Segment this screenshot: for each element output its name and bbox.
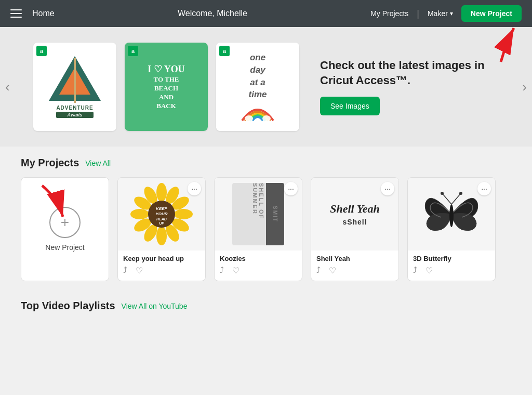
svg-point-25 (459, 192, 462, 195)
bottom-section: Top Video Playlists View All on YouTube (0, 292, 532, 312)
plus-circle-icon: + (49, 207, 81, 238)
heart-icon-1[interactable]: ♡ (136, 266, 143, 275)
main-content: My Projects View All + New Project ··· (0, 147, 532, 292)
share-icon-3[interactable]: ⤴ (316, 266, 321, 275)
beach-heart: I ♡ YOU (148, 63, 184, 75)
svg-point-21 (449, 204, 454, 227)
beach-line4: AND (148, 93, 184, 102)
project-card-info-3: Shell Yeah ⤴ ♡ (311, 251, 398, 280)
heart-icon-2[interactable]: ♡ (232, 266, 240, 275)
new-project-card-label: New Project (45, 243, 84, 252)
heart-icon-4[interactable]: ♡ (425, 266, 433, 275)
view-all-youtube-link[interactable]: View All on YouTube (122, 302, 188, 310)
project-actions-2: ⤴ ♡ (220, 266, 297, 275)
project-shellyeah-thumb: ··· Shell Yeah sShell (311, 178, 398, 251)
my-projects-title: My Projects (21, 157, 79, 169)
sunflower-svg: KEEP YOUR HEAD UP (130, 183, 193, 245)
adventure-text: ADVENTURE Awaits (56, 105, 93, 118)
project-name-3: Shell Yeah (316, 255, 393, 262)
svg-point-0 (245, 115, 253, 122)
koozie-design: SHELL OF SUMMER SMIT (232, 183, 284, 245)
adventure-text-top: ADVENTURE (56, 105, 93, 111)
nav-maker-dropdown[interactable]: Maker ▾ (428, 9, 453, 18)
beach-line5: BACK (148, 102, 184, 111)
project-more-menu-2[interactable]: ··· (284, 182, 298, 195)
banner-card-beach[interactable]: a I ♡ YOU TO THE BEACH AND BACK (125, 43, 208, 131)
project-card-butterfly[interactable]: ··· (407, 177, 496, 281)
adventure-triangle (49, 56, 101, 103)
view-all-projects-link[interactable]: View All (85, 159, 111, 167)
svg-point-13 (130, 209, 149, 219)
project-koozies-thumb: ··· SHELL OF SUMMER SMIT (215, 178, 302, 251)
share-icon-1[interactable]: ⤴ (123, 266, 127, 275)
butterfly-svg (420, 187, 483, 242)
beach-line2: TO THE (148, 75, 184, 84)
butterfly-design (420, 186, 483, 243)
beach-line3: BEACH (148, 84, 184, 93)
nav-my-projects-link[interactable]: My Projects (370, 9, 408, 18)
project-name-2: Koozies (220, 255, 297, 262)
svg-point-4 (156, 183, 167, 202)
cricut-access-badge-3: a (219, 46, 230, 56)
share-icon-2[interactable]: ⤴ (220, 266, 224, 275)
adventure-card-inner: ADVENTURE Awaits (44, 53, 106, 121)
koozie-light-text: SHELL OF SUMMER (252, 183, 264, 245)
adventure-text-bottom: Awaits (56, 112, 93, 118)
svg-text:HEAD: HEAD (156, 217, 167, 221)
project-more-menu-1[interactable]: ··· (188, 182, 201, 195)
projects-grid: + New Project ··· (21, 177, 511, 281)
project-card-koozies[interactable]: ··· SHELL OF SUMMER SMIT Koozies ⤴ ♡ (214, 177, 302, 281)
beach-text: I ♡ YOU TO THE BEACH AND BACK (148, 63, 184, 111)
koozie-dark-section: SMIT (266, 183, 284, 245)
share-icon-4[interactable]: ⤴ (413, 266, 417, 275)
nav-welcome: Welcome, Michelle (65, 9, 360, 18)
tent-pole (74, 58, 76, 103)
top-video-playlists-title: Top Video Playlists (21, 300, 115, 312)
shell-yeah-bottom-text: sShell (342, 218, 367, 226)
chevron-down-icon: ▾ (450, 10, 453, 17)
svg-point-23 (441, 192, 444, 195)
banner-prev-button[interactable]: ‹ (5, 79, 10, 95)
project-name-4: 3D Butterfly (413, 255, 490, 262)
project-name-1: Keep your head up (123, 255, 200, 262)
project-actions-1: ⤴ ♡ (123, 266, 200, 275)
banner-images: a ADVENTURE Awaits a I ♡ YOU TO THE (33, 43, 299, 131)
navbar: Home Welcome, Michelle My Projects | Mak… (0, 0, 532, 27)
project-sunflower-thumb: ··· (118, 178, 205, 251)
svg-point-7 (174, 209, 193, 219)
project-card-info-4: 3D Butterfly ⤴ ♡ (408, 251, 495, 280)
heart-icon-3[interactable]: ♡ (329, 266, 336, 275)
rainbow-svg (240, 104, 276, 122)
project-card-info-1: Keep your head up ⤴ ♡ (118, 251, 205, 280)
hamburger-menu[interactable] (10, 9, 22, 18)
project-actions-3: ⤴ ♡ (316, 266, 393, 275)
svg-point-1 (262, 115, 271, 122)
project-more-menu-3[interactable]: ··· (381, 182, 394, 195)
nav-home-link[interactable]: Home (32, 9, 55, 18)
my-projects-header: My Projects View All (21, 157, 511, 169)
shell-yeah-design: Shell Yeah sShell (318, 183, 391, 245)
oneday-text: onedayat atime (249, 51, 267, 101)
svg-line-24 (451, 193, 461, 204)
banner-next-button[interactable]: › (522, 79, 527, 95)
svg-text:YOUR: YOUR (155, 212, 167, 216)
svg-point-10 (156, 227, 167, 245)
new-project-card[interactable]: + New Project (21, 177, 109, 281)
project-card-shellyeah[interactable]: ··· Shell Yeah sShell Shell Yeah ⤴ ♡ (311, 177, 399, 281)
nav-new-project-button[interactable]: New Project (461, 5, 522, 22)
project-more-menu-4[interactable]: ··· (477, 182, 491, 195)
project-card-info-2: Koozies ⤴ ♡ (215, 251, 302, 280)
project-actions-4: ⤴ ♡ (413, 266, 490, 275)
koozie-dark-text: SMIT (272, 206, 278, 222)
banner-text-section: Check out the latest images in Cricut Ac… (320, 58, 511, 115)
banner-headline: Check out the latest images in Cricut Ac… (320, 58, 511, 88)
banner-section: ‹ a ADVENTURE Awaits a I ♡ YO (0, 27, 532, 147)
svg-text:UP: UP (159, 221, 164, 225)
svg-line-22 (442, 193, 451, 204)
project-card-sunflower[interactable]: ··· (117, 177, 206, 281)
banner-card-adventure[interactable]: a ADVENTURE Awaits (33, 43, 116, 131)
see-images-button[interactable]: See Images (320, 97, 380, 115)
project-butterfly-thumb: ··· (408, 178, 495, 251)
nav-divider: | (417, 8, 419, 19)
banner-card-oneday[interactable]: a onedayat atime (216, 43, 299, 131)
